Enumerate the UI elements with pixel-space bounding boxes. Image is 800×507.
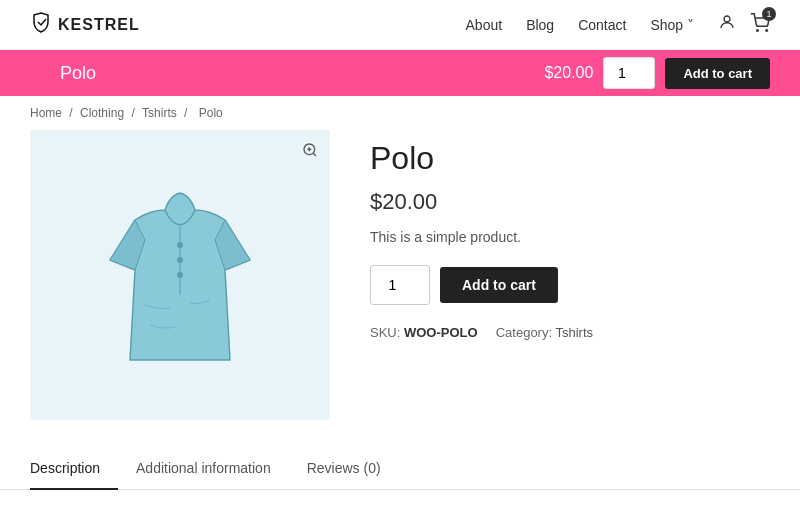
sku-value: WOO-POLO (404, 325, 478, 340)
product-title: Polo (370, 140, 770, 177)
svg-point-2 (766, 30, 768, 32)
logo-text: KESTREL (58, 16, 140, 34)
product-image-container (30, 130, 330, 420)
sticky-product-title: Polo (60, 63, 96, 84)
sku-label: SKU: (370, 325, 400, 340)
product-description: This is a simple product. (370, 229, 770, 245)
product-image (80, 165, 280, 385)
main-nav: About Blog Contact Shop ˅ 1 (466, 13, 770, 36)
svg-point-0 (724, 16, 730, 22)
breadcrumb-tshirts[interactable]: Tshirts (142, 106, 177, 120)
svg-line-4 (313, 153, 316, 156)
product-price: $20.00 (370, 189, 770, 215)
logo[interactable]: KESTREL (30, 11, 140, 38)
tab-reviews[interactable]: Reviews (0) (289, 448, 399, 490)
svg-point-8 (177, 242, 183, 248)
product-layout: Polo $20.00 This is a simple product. Ad… (0, 130, 800, 440)
add-to-cart-button[interactable]: Add to cart (440, 267, 558, 303)
nav-contact[interactable]: Contact (578, 17, 626, 33)
product-tabs: Description Additional information Revie… (0, 448, 800, 490)
breadcrumb-home[interactable]: Home (30, 106, 62, 120)
breadcrumb-current: Polo (199, 106, 223, 120)
nav-icons: 1 (718, 13, 770, 36)
product-info: Polo $20.00 This is a simple product. Ad… (370, 130, 770, 420)
logo-icon (30, 11, 52, 38)
svg-point-1 (757, 30, 759, 32)
tab-description[interactable]: Description (30, 448, 118, 490)
cart-count: 1 (762, 7, 776, 21)
tab-additional-info[interactable]: Additional information (118, 448, 289, 490)
sticky-add-to-cart-button[interactable]: Add to cart (665, 58, 770, 89)
sticky-add-to-cart-bar: Polo $20.00 Add to cart (0, 50, 800, 96)
sticky-bar-inner: Polo $20.00 Add to cart (30, 57, 770, 89)
zoom-icon[interactable] (302, 142, 318, 162)
product-meta: SKU: WOO-POLO Category: Tshirts (370, 325, 770, 340)
category-label: Category: (496, 325, 552, 340)
user-icon[interactable] (718, 13, 736, 36)
sticky-quantity-input[interactable] (603, 57, 655, 89)
site-header: KESTREL About Blog Contact Shop ˅ (0, 0, 800, 50)
nav-shop[interactable]: Shop ˅ (650, 17, 694, 33)
quantity-input[interactable] (370, 265, 430, 305)
shop-chevron-icon: ˅ (687, 17, 694, 33)
breadcrumb-clothing[interactable]: Clothing (80, 106, 124, 120)
cart-icon[interactable]: 1 (750, 13, 770, 36)
svg-point-10 (177, 272, 183, 278)
category-link[interactable]: Tshirts (555, 325, 593, 340)
breadcrumb: Home / Clothing / Tshirts / Polo (0, 96, 800, 130)
nav-blog[interactable]: Blog (526, 17, 554, 33)
svg-point-9 (177, 257, 183, 263)
sticky-price: $20.00 (544, 64, 593, 82)
nav-about[interactable]: About (466, 17, 503, 33)
add-to-cart-row: Add to cart (370, 265, 770, 305)
